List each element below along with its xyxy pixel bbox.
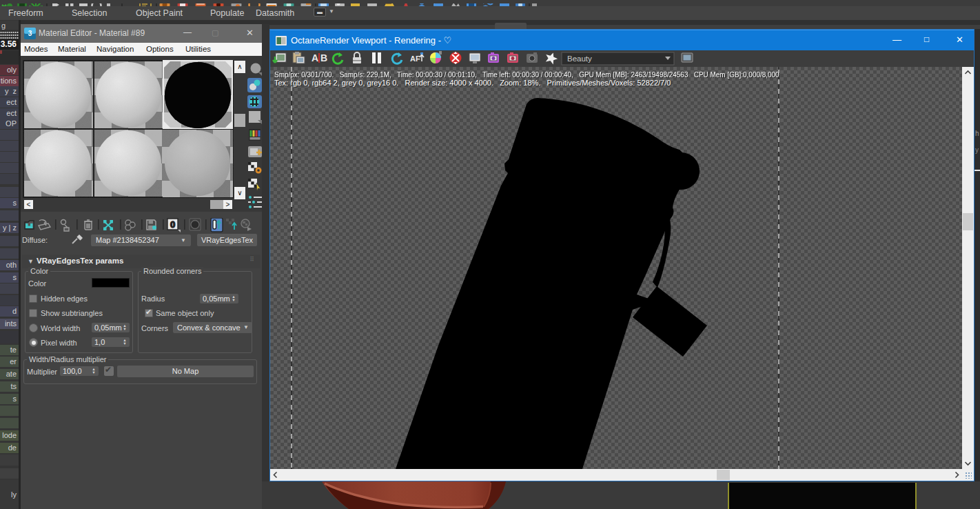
svg-text:AF: AF [410,54,420,63]
svg-text:A: A [312,52,318,63]
svg-text:0: 0 [170,219,175,230]
svg-text:Beauty: Beauty [567,54,592,63]
svg-text:B: B [320,52,327,63]
svg-text:3: 3 [28,30,32,37]
